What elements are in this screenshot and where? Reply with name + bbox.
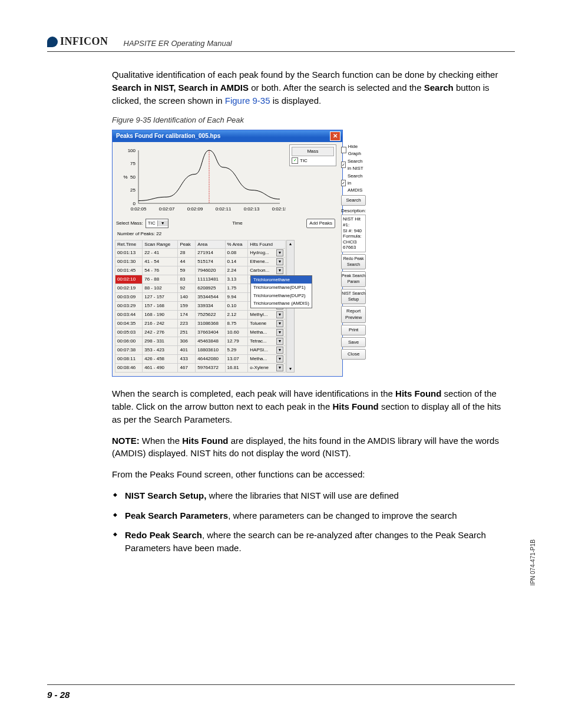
hits-dropdown-icon[interactable]: ▼: [276, 249, 283, 256]
select-mass-dropdown[interactable]: TIC▼: [146, 219, 168, 228]
window-title: Peaks Found For calibration_005.hps: [116, 132, 220, 141]
page-number: 9 - 28: [47, 690, 70, 700]
bullet-item: Redo Peak Search, where the search can b…: [125, 529, 503, 555]
dropdown-item[interactable]: Trichloromethane (AMDIS): [251, 299, 312, 308]
report-preview-button[interactable]: Report Preview: [341, 306, 366, 323]
table-row[interactable]: 00:08:46461 - 4904675976437216.81o-Xylen…: [115, 364, 286, 373]
description-label: Description:: [341, 207, 366, 215]
bullet-item: NIST Search Setup, where the libraries t…: [125, 489, 503, 502]
hits-dropdown-icon[interactable]: ▼: [276, 329, 283, 336]
logo: INFICON: [47, 35, 108, 48]
figure-reference: Figure 9-35: [225, 95, 270, 106]
table-row[interactable]: 00:08:11426 - 4584334644208013.07Metha..…: [115, 355, 286, 364]
paragraph-2: When the search is completed, each peak …: [112, 387, 503, 426]
svg-text:0:02:15: 0:02:15: [272, 206, 286, 212]
hits-dropdown-icon[interactable]: ▼: [276, 338, 283, 345]
paragraph-1: Qualitative identification of each peak …: [112, 68, 503, 107]
select-mass-label: Select Mass:: [116, 220, 143, 227]
svg-text:%: %: [123, 174, 127, 180]
chart-legend: Mass ✓ TIC: [289, 144, 336, 166]
table-row[interactable]: 00:07:38353 - 423401188036105.29HAPSI...…: [115, 346, 286, 355]
table-header[interactable]: Hits Found: [248, 240, 286, 249]
chevron-down-icon: ▼: [157, 220, 168, 226]
figure-caption: Figure 9-35 Identification of Each Peak: [112, 115, 503, 126]
table-header[interactable]: % Area: [225, 240, 248, 249]
peak-search-params-button[interactable]: Peak Search Param: [341, 271, 366, 286]
ipn-label: IPN 074-471-P1B: [530, 539, 536, 585]
x-axis-label: Time: [171, 220, 305, 227]
add-peaks-button[interactable]: Add Peaks: [306, 219, 335, 228]
hits-dropdown-icon[interactable]: ▼: [276, 267, 283, 274]
print-button[interactable]: Print: [341, 325, 366, 335]
svg-text:50: 50: [130, 174, 135, 180]
search-amdis-checkbox[interactable]: ✓Search in AMDIS: [341, 173, 366, 193]
hide-graph-checkbox[interactable]: Hide Graph: [341, 143, 366, 157]
right-panel: Hide Graph ✓Search in NIST ✓Search in AM…: [339, 142, 368, 376]
dropdown-item[interactable]: Trichloromethane: [251, 276, 312, 284]
svg-text:75: 75: [130, 161, 135, 166]
note-paragraph: NOTE: When the Hits Found are displayed,…: [112, 434, 503, 460]
nist-search-setup-button[interactable]: NIST Search Setup: [341, 289, 366, 304]
table-row[interactable]: 00:01:1322 - 41282719140.08Hydrog...▼: [115, 249, 286, 258]
table-row[interactable]: 00:01:3041 - 54445151740.14Ethene...▼: [115, 258, 286, 266]
svg-text:100: 100: [128, 148, 136, 153]
table-row[interactable]: 00:01:4554 - 765979460202.24Carbon...▼: [115, 266, 286, 275]
table-row[interactable]: 00:04:35216 - 242223310863688.75Toluene▼: [115, 319, 286, 328]
search-nist-checkbox[interactable]: ✓Search in NIST: [341, 158, 366, 172]
hits-dropdown-icon[interactable]: ▼: [276, 347, 283, 354]
tic-checkbox[interactable]: ✓: [292, 157, 298, 164]
peaks-found-window: Peaks Found For calibration_005.hps ✕: [112, 130, 343, 377]
hits-dropdown-icon[interactable]: ▼: [276, 364, 283, 371]
svg-text:0:02:05: 0:02:05: [131, 206, 147, 212]
table-header[interactable]: Ret.Time: [115, 240, 143, 249]
hits-dropdown-icon[interactable]: ▼: [276, 311, 283, 318]
bullet-item: Peak Search Parameters, where parameters…: [125, 509, 503, 522]
window-titlebar[interactable]: Peaks Found For calibration_005.hps ✕: [113, 130, 342, 142]
svg-text:0:02:07: 0:02:07: [159, 206, 175, 212]
table-header[interactable]: Scan Range: [143, 240, 178, 249]
dropdown-item[interactable]: Trichloromethane(DUP2): [251, 292, 312, 300]
description-box: NIST Hit #1:SI #: 940Formula: CHCl3 6766…: [341, 215, 366, 252]
svg-text:0:02:11: 0:02:11: [216, 206, 232, 212]
page-footer: 9 - 28: [47, 684, 515, 700]
table-row[interactable]: 00:03:44168 - 19017475256222.12Methyl...…: [115, 311, 286, 319]
peaks-count-label: Number of Peaks: 22: [113, 229, 339, 239]
manual-title: HAPSITE ER Operating Manual: [124, 39, 232, 48]
close-button[interactable]: Close: [341, 349, 366, 360]
table-row[interactable]: 00:05:03242 - 2762513766340410.60Metha..…: [115, 328, 286, 337]
redo-peak-search-button[interactable]: Redo Peak Search: [341, 254, 366, 269]
logo-mark-icon: [47, 37, 58, 47]
save-button[interactable]: Save: [341, 337, 366, 348]
mass-button[interactable]: Mass: [292, 147, 334, 156]
svg-text:0:02:09: 0:02:09: [187, 206, 203, 212]
close-icon[interactable]: ✕: [330, 131, 340, 141]
table-header[interactable]: Area: [196, 240, 225, 249]
table-row[interactable]: 00:06:00298 - 3313064546384812.79Tetrac.…: [115, 337, 286, 346]
paragraph-3: From the Peaks Found screen, other funct…: [112, 468, 503, 481]
search-button[interactable]: Search: [341, 195, 366, 206]
table-header[interactable]: Peak: [178, 240, 196, 249]
page-header: INFICON HAPSITE ER Operating Manual: [47, 35, 515, 52]
bullet-list: NIST Search Setup, where the libraries t…: [112, 489, 503, 555]
scroll-up-icon: ▴: [289, 241, 292, 248]
tic-chart: 0 25 50 75 100 % 0:02:050:02:070:02:090:…: [115, 144, 286, 215]
svg-text:0:02:13: 0:02:13: [244, 206, 260, 212]
hits-dropdown-icon[interactable]: ▼: [276, 258, 283, 265]
hits-found-dropdown[interactable]: TrichloromethaneTrichloromethane(DUP1)Tr…: [250, 275, 312, 308]
svg-text:25: 25: [130, 187, 135, 193]
logo-text: INFICON: [60, 35, 108, 48]
dropdown-item[interactable]: Trichloromethane(DUP1): [251, 284, 312, 292]
hits-dropdown-icon[interactable]: ▼: [276, 320, 283, 327]
svg-text:0: 0: [133, 201, 136, 206]
hits-dropdown-icon[interactable]: ▼: [276, 355, 283, 363]
scroll-down-icon: ▾: [289, 365, 292, 373]
